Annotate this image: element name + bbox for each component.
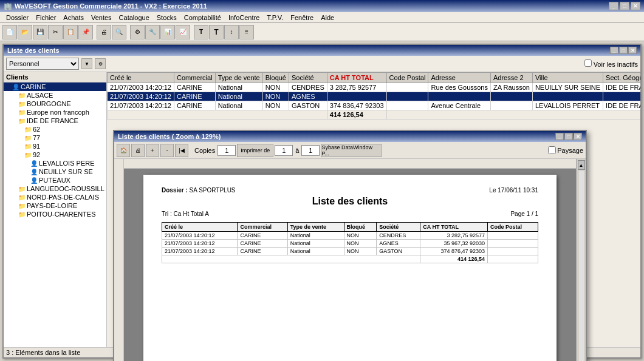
- tb-btn4[interactable]: 📈: [176, 25, 190, 39]
- total-empty: [386, 110, 640, 120]
- col-ca-ht[interactable]: CA HT TOTAL: [327, 73, 386, 83]
- preview-btn-imprimer[interactable]: Imprimer de: [237, 144, 273, 157]
- col-sect-geo[interactable]: Sect. Géographique: [603, 73, 640, 83]
- tree-carine[interactable]: 👤CARINE: [4, 83, 106, 91]
- menu-fichier[interactable]: Fichier: [32, 14, 60, 21]
- app-title: WaVESOFT Gestion Commerciale 2011 - VX2 …: [15, 2, 609, 10]
- filter-settings[interactable]: ⚙: [95, 58, 106, 69]
- tree-puteaux[interactable]: 👤PUTEAUX: [4, 176, 106, 184]
- col-adresse2[interactable]: Adresse 2: [491, 73, 533, 83]
- clients-maximize[interactable]: □: [619, 47, 628, 54]
- col-created[interactable]: Créé le: [108, 73, 174, 83]
- preview-maximize[interactable]: □: [564, 133, 573, 140]
- tree-europe[interactable]: 📁Europe non francoph: [4, 108, 106, 116]
- table-row[interactable]: 21/07/2003 14:20:12 CARINE National NON …: [108, 83, 641, 92]
- tree-neuilly[interactable]: 👤NEUILLY SUR SE: [4, 167, 106, 176]
- filter-btn[interactable]: ▼: [81, 58, 92, 69]
- tb-save[interactable]: 💾: [33, 25, 47, 39]
- menu-stocks[interactable]: Stocks: [153, 14, 180, 21]
- right-scrollbar[interactable]: ▲ ▼: [576, 159, 586, 361]
- preview-zoom-in[interactable]: +: [146, 144, 159, 157]
- menu-fenetre[interactable]: Fenêtre: [287, 14, 317, 21]
- col-code-postal[interactable]: Code Postal: [386, 73, 428, 83]
- menu-aide[interactable]: Aide: [317, 14, 338, 21]
- col-bloque[interactable]: Bloqué: [262, 73, 289, 83]
- menu-tpv[interactable]: T.P.V.: [263, 14, 287, 21]
- menu-dossier[interactable]: Dossier: [2, 14, 32, 21]
- tree-nord-pas[interactable]: 📁NORD-PAS-DE-CALAIS: [4, 193, 106, 201]
- paysage-checkbox[interactable]: [548, 146, 556, 154]
- menu-achats[interactable]: Achats: [60, 14, 87, 21]
- tree-poitou[interactable]: 📁POITOU-CHARENTES: [4, 210, 106, 218]
- print-from-input[interactable]: [275, 145, 293, 156]
- tb-T2[interactable]: T: [209, 25, 224, 39]
- col-commercial[interactable]: Commercial: [174, 73, 215, 83]
- tb-paste[interactable]: 📌: [78, 25, 93, 39]
- pcell-societe: CENDRES: [377, 232, 420, 240]
- voir-inactifs-checkbox[interactable]: [584, 59, 592, 67]
- col-ville[interactable]: Ville: [532, 73, 603, 83]
- tree-ide-france[interactable]: 📁IDE DE FRANCE: [4, 116, 106, 125]
- tb-copy[interactable]: 📋: [63, 25, 78, 39]
- preview-close[interactable]: ✕: [574, 133, 582, 140]
- tb-btn3[interactable]: 📊: [160, 25, 175, 39]
- tb-btn5[interactable]: ↕: [224, 25, 239, 39]
- page-number: Page 1 / 1: [510, 211, 538, 217]
- preview-page-area[interactable]: Dossier : SA SPORTPLUS Le 17/06/11 10:31…: [124, 169, 576, 361]
- tree-levallois[interactable]: 👤LEVALLOIS PERE: [4, 159, 106, 167]
- maximize-button[interactable]: □: [620, 2, 629, 10]
- tree-77[interactable]: 📁77: [4, 133, 106, 142]
- scroll-up-btn[interactable]: ▲: [578, 160, 585, 170]
- col-adresse[interactable]: Adresse: [428, 73, 491, 83]
- tb-T[interactable]: T: [194, 25, 208, 39]
- ide-icon: 📁: [18, 118, 26, 124]
- tree-alsace[interactable]: 📁ALSACE: [4, 91, 106, 100]
- tree-pays-loire[interactable]: 📁PAYS-DE-LOIRE: [4, 201, 106, 210]
- preview-home-btn[interactable]: 🏠: [117, 144, 130, 157]
- sybase-btn[interactable]: Sybase DataWindow P...: [321, 144, 382, 157]
- menu-infocentre[interactable]: InfoCentre: [225, 14, 263, 21]
- preview-zoom-out[interactable]: -: [160, 144, 174, 157]
- tb-btn1[interactable]: ⚙: [130, 25, 145, 39]
- pcell-cp: [488, 240, 538, 248]
- close-button[interactable]: ✕: [631, 2, 640, 10]
- clients-minimize[interactable]: _: [610, 47, 618, 54]
- preview-print-btn[interactable]: 🖨: [131, 144, 145, 157]
- table-row[interactable]: 21/07/2003 14:20:12 CARINE National NON …: [108, 101, 641, 110]
- to-label: à: [295, 147, 299, 154]
- pcell-societe: GASTON: [377, 248, 420, 255]
- preview-nav-start[interactable]: |◀: [175, 144, 188, 157]
- tb-new[interactable]: 📄: [2, 25, 17, 39]
- clients-close[interactable]: ✕: [628, 47, 637, 54]
- filter-select[interactable]: Personnel Tous: [6, 58, 79, 70]
- copies-input[interactable]: [218, 145, 236, 156]
- tree-bourgogne[interactable]: 📁BOURGOGNE: [4, 100, 106, 108]
- tb-btn2[interactable]: 🔧: [145, 25, 160, 39]
- menu-ventes[interactable]: Ventes: [87, 14, 115, 21]
- tb-open[interactable]: 📂: [18, 25, 32, 39]
- tb-print[interactable]: 🖨: [97, 25, 111, 39]
- col-type-vente[interactable]: Type de vente: [215, 73, 262, 83]
- minimize-button[interactable]: _: [609, 2, 618, 10]
- cell-sect: [603, 92, 640, 101]
- tb-preview[interactable]: 🔍: [112, 25, 126, 39]
- pcol-type: Type de vente: [287, 223, 344, 232]
- menu-comptabilite[interactable]: Comptabilité: [180, 14, 225, 21]
- print-to-input[interactable]: [301, 145, 320, 156]
- clients-window: Liste des clients _ □ ✕ Personnel Tous ▼…: [2, 44, 642, 359]
- ptotal-label: [162, 255, 420, 263]
- menu-catalogue[interactable]: Catalogue: [115, 14, 153, 21]
- tree-91[interactable]: 📁91: [4, 142, 106, 150]
- tb-btn6[interactable]: ≡: [239, 25, 254, 39]
- neuilly-icon: 👤: [30, 169, 38, 175]
- col-societe[interactable]: Société: [289, 73, 327, 83]
- table-row[interactable]: 21/07/2003 14:20:12 CARINE National NON …: [108, 92, 641, 101]
- preview-minimize[interactable]: _: [555, 133, 564, 140]
- preview-row: 21/07/2003 14:20:12 CARINE National NON …: [162, 240, 538, 248]
- tree-languedoc[interactable]: 📁LANGUEDOC-ROUSSILL: [4, 184, 106, 193]
- cell-created: 21/07/2003 14:20:12: [108, 83, 174, 92]
- tree-62[interactable]: 📁62: [4, 125, 106, 133]
- tb-cut[interactable]: ✂: [48, 25, 63, 39]
- pcell-created: 21/07/2003 14:20:12: [162, 240, 238, 248]
- tree-92[interactable]: 📁92: [4, 150, 106, 159]
